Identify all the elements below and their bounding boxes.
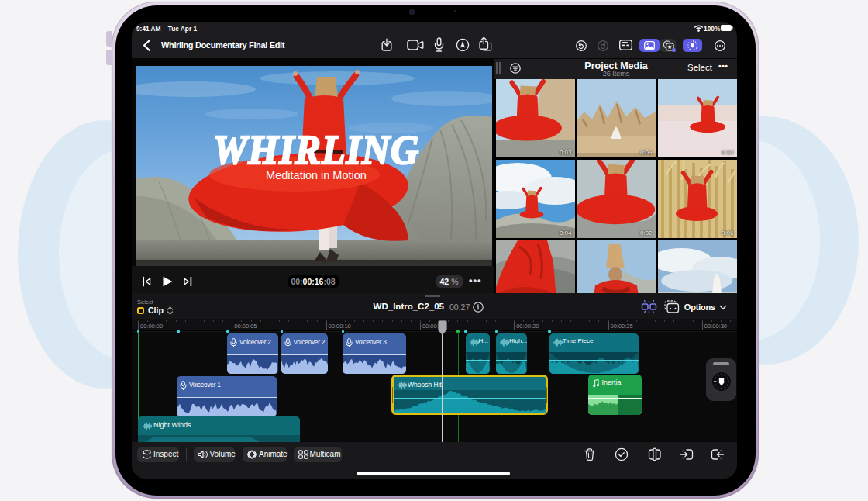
svg-text:WHIRLING: WHIRLING [213,127,419,172]
svg-text:Meditation in Motion: Meditation in Motion [266,169,367,181]
